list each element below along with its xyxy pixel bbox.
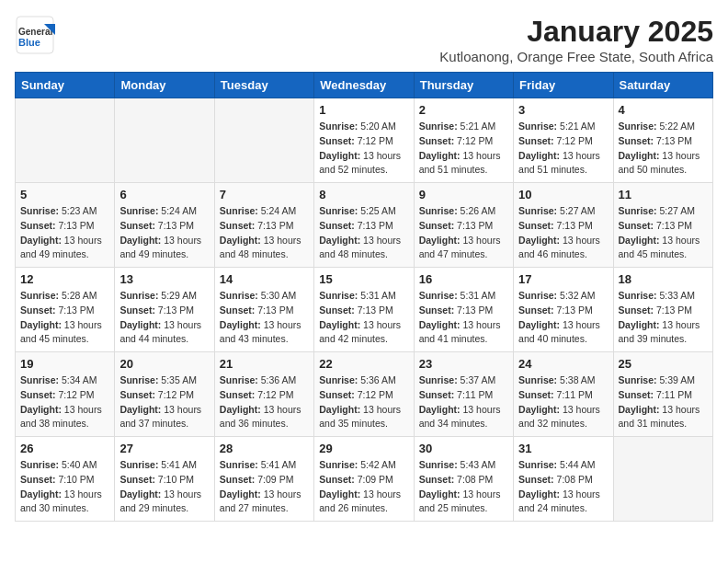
- day-info: Sunrise: 5:39 AMSunset: 7:11 PMDaylight:…: [619, 373, 708, 431]
- day-info: Sunrise: 5:37 AMSunset: 7:11 PMDaylight:…: [419, 373, 508, 431]
- calendar-table: SundayMondayTuesdayWednesdayThursdayFrid…: [15, 72, 713, 522]
- calendar-day-cell: [214, 98, 313, 183]
- calendar-day-cell: [16, 98, 115, 183]
- calendar-body: 1Sunrise: 5:20 AMSunset: 7:12 PMDaylight…: [16, 98, 713, 522]
- day-number: 5: [20, 188, 109, 201]
- page-header: General Blue January 2025 Kutloanong, Or…: [15, 15, 713, 64]
- calendar-day-cell: 12Sunrise: 5:28 AMSunset: 7:13 PMDayligh…: [16, 268, 115, 352]
- calendar-day-cell: 9Sunrise: 5:26 AMSunset: 7:13 PMDaylight…: [414, 183, 513, 268]
- weekday-header-cell: Tuesday: [214, 73, 313, 98]
- calendar-day-cell: 24Sunrise: 5:38 AMSunset: 7:11 PMDayligh…: [514, 352, 613, 437]
- calendar-day-cell: 31Sunrise: 5:44 AMSunset: 7:08 PMDayligh…: [514, 437, 613, 522]
- day-info: Sunrise: 5:30 AMSunset: 7:13 PMDaylight:…: [220, 289, 309, 347]
- calendar-day-cell: 11Sunrise: 5:27 AMSunset: 7:13 PMDayligh…: [613, 183, 712, 268]
- weekday-header-cell: Sunday: [16, 73, 115, 98]
- day-info: Sunrise: 5:44 AMSunset: 7:08 PMDaylight:…: [518, 458, 608, 516]
- day-number: 4: [619, 103, 708, 117]
- day-number: 16: [419, 272, 508, 286]
- day-number: 10: [518, 188, 608, 201]
- day-info: Sunrise: 5:28 AMSunset: 7:13 PMDaylight:…: [20, 289, 109, 347]
- day-number: 15: [319, 272, 408, 286]
- calendar-day-cell: [115, 98, 214, 183]
- day-info: Sunrise: 5:36 AMSunset: 7:12 PMDaylight:…: [319, 373, 408, 431]
- weekday-header-cell: Thursday: [414, 73, 513, 98]
- calendar-week-row: 12Sunrise: 5:28 AMSunset: 7:13 PMDayligh…: [16, 268, 713, 352]
- day-info: Sunrise: 5:27 AMSunset: 7:13 PMDaylight:…: [518, 204, 608, 262]
- day-number: 3: [518, 103, 608, 117]
- weekday-header-cell: Saturday: [613, 73, 712, 98]
- day-info: Sunrise: 5:40 AMSunset: 7:10 PMDaylight:…: [20, 458, 109, 516]
- day-number: 30: [419, 442, 508, 455]
- weekday-header-cell: Monday: [115, 73, 214, 98]
- day-info: Sunrise: 5:20 AMSunset: 7:12 PMDaylight:…: [319, 120, 408, 178]
- day-info: Sunrise: 5:34 AMSunset: 7:12 PMDaylight:…: [20, 373, 109, 431]
- day-number: 27: [119, 442, 209, 455]
- day-number: 2: [419, 103, 508, 117]
- day-info: Sunrise: 5:31 AMSunset: 7:13 PMDaylight:…: [419, 289, 508, 347]
- calendar-day-cell: 30Sunrise: 5:43 AMSunset: 7:08 PMDayligh…: [414, 437, 513, 522]
- calendar-day-cell: 5Sunrise: 5:23 AMSunset: 7:13 PMDaylight…: [16, 183, 115, 268]
- day-info: Sunrise: 5:21 AMSunset: 7:12 PMDaylight:…: [518, 120, 608, 178]
- day-info: Sunrise: 5:24 AMSunset: 7:13 PMDaylight:…: [119, 204, 209, 262]
- day-info: Sunrise: 5:24 AMSunset: 7:13 PMDaylight:…: [220, 204, 309, 262]
- calendar-day-cell: 4Sunrise: 5:22 AMSunset: 7:13 PMDaylight…: [613, 98, 712, 183]
- day-number: 7: [220, 188, 309, 201]
- calendar-week-row: 5Sunrise: 5:23 AMSunset: 7:13 PMDaylight…: [16, 183, 713, 268]
- day-info: Sunrise: 5:43 AMSunset: 7:08 PMDaylight:…: [419, 458, 508, 516]
- calendar-day-cell: 27Sunrise: 5:41 AMSunset: 7:10 PMDayligh…: [115, 437, 214, 522]
- day-number: 19: [20, 357, 109, 371]
- day-info: Sunrise: 5:29 AMSunset: 7:13 PMDaylight:…: [119, 289, 209, 347]
- day-number: 8: [319, 188, 408, 201]
- calendar-day-cell: 15Sunrise: 5:31 AMSunset: 7:13 PMDayligh…: [314, 268, 414, 352]
- title-block: January 2025 Kutloanong, Orange Free Sta…: [439, 15, 713, 64]
- day-info: Sunrise: 5:25 AMSunset: 7:13 PMDaylight:…: [319, 204, 408, 262]
- day-info: Sunrise: 5:23 AMSunset: 7:13 PMDaylight:…: [20, 204, 109, 262]
- day-info: Sunrise: 5:35 AMSunset: 7:12 PMDaylight:…: [119, 373, 209, 431]
- weekday-header-cell: Wednesday: [314, 73, 414, 98]
- calendar-day-cell: 25Sunrise: 5:39 AMSunset: 7:11 PMDayligh…: [613, 352, 712, 437]
- calendar-day-cell: 6Sunrise: 5:24 AMSunset: 7:13 PMDaylight…: [115, 183, 214, 268]
- calendar-day-cell: 14Sunrise: 5:30 AMSunset: 7:13 PMDayligh…: [214, 268, 313, 352]
- day-number: 11: [619, 188, 708, 201]
- day-number: 31: [518, 442, 608, 455]
- day-info: Sunrise: 5:32 AMSunset: 7:13 PMDaylight:…: [518, 289, 608, 347]
- calendar-day-cell: 19Sunrise: 5:34 AMSunset: 7:12 PMDayligh…: [16, 352, 115, 437]
- calendar-day-cell: 10Sunrise: 5:27 AMSunset: 7:13 PMDayligh…: [514, 183, 613, 268]
- calendar-day-cell: 7Sunrise: 5:24 AMSunset: 7:13 PMDaylight…: [214, 183, 313, 268]
- day-info: Sunrise: 5:31 AMSunset: 7:13 PMDaylight:…: [319, 289, 408, 347]
- day-info: Sunrise: 5:21 AMSunset: 7:12 PMDaylight:…: [419, 120, 508, 178]
- day-number: 26: [20, 442, 109, 455]
- day-number: 9: [419, 188, 508, 201]
- day-info: Sunrise: 5:42 AMSunset: 7:09 PMDaylight:…: [319, 458, 408, 516]
- calendar-week-row: 19Sunrise: 5:34 AMSunset: 7:12 PMDayligh…: [16, 352, 713, 437]
- calendar-day-cell: 16Sunrise: 5:31 AMSunset: 7:13 PMDayligh…: [414, 268, 513, 352]
- day-number: 6: [119, 188, 209, 201]
- svg-text:General: General: [18, 27, 52, 37]
- calendar-day-cell: 23Sunrise: 5:37 AMSunset: 7:11 PMDayligh…: [414, 352, 513, 437]
- logo: General Blue: [15, 15, 55, 55]
- calendar-day-cell: [613, 437, 712, 522]
- day-info: Sunrise: 5:33 AMSunset: 7:13 PMDaylight:…: [619, 289, 708, 347]
- calendar-day-cell: 13Sunrise: 5:29 AMSunset: 7:13 PMDayligh…: [115, 268, 214, 352]
- day-number: 25: [619, 357, 708, 371]
- day-number: 22: [319, 357, 408, 371]
- day-number: 28: [220, 442, 309, 455]
- day-info: Sunrise: 5:41 AMSunset: 7:10 PMDaylight:…: [119, 458, 209, 516]
- day-number: 29: [319, 442, 408, 455]
- calendar-day-cell: 2Sunrise: 5:21 AMSunset: 7:12 PMDaylight…: [414, 98, 513, 183]
- day-number: 18: [619, 272, 708, 286]
- day-number: 23: [419, 357, 508, 371]
- weekday-header-row: SundayMondayTuesdayWednesdayThursdayFrid…: [16, 73, 713, 98]
- day-info: Sunrise: 5:41 AMSunset: 7:09 PMDaylight:…: [220, 458, 309, 516]
- calendar-week-row: 1Sunrise: 5:20 AMSunset: 7:12 PMDaylight…: [16, 98, 713, 183]
- day-info: Sunrise: 5:26 AMSunset: 7:13 PMDaylight:…: [419, 204, 508, 262]
- svg-text:Blue: Blue: [18, 37, 40, 48]
- day-number: 17: [518, 272, 608, 286]
- calendar-day-cell: 20Sunrise: 5:35 AMSunset: 7:12 PMDayligh…: [115, 352, 214, 437]
- calendar-day-cell: 21Sunrise: 5:36 AMSunset: 7:12 PMDayligh…: [214, 352, 313, 437]
- day-number: 1: [319, 103, 408, 117]
- month-year-title: January 2025: [439, 15, 713, 49]
- location-subtitle: Kutloanong, Orange Free State, South Afr…: [439, 49, 713, 64]
- day-info: Sunrise: 5:36 AMSunset: 7:12 PMDaylight:…: [220, 373, 309, 431]
- calendar-day-cell: 1Sunrise: 5:20 AMSunset: 7:12 PMDaylight…: [314, 98, 414, 183]
